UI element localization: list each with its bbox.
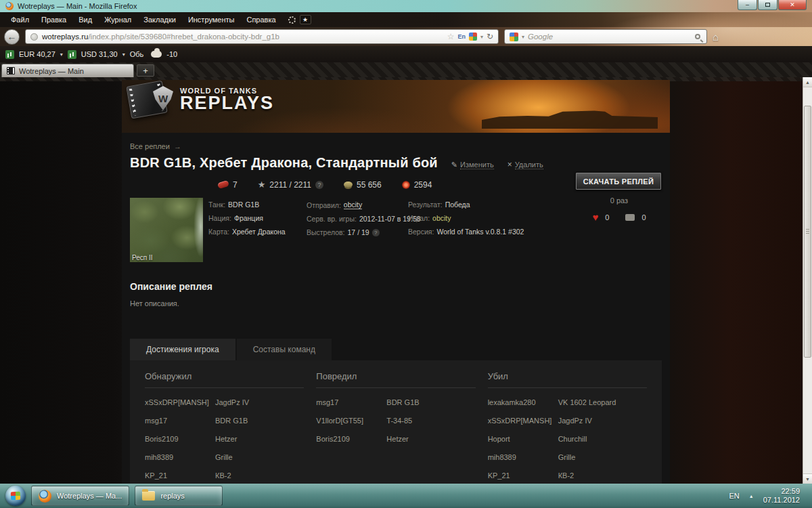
share-icon[interactable]: [469, 33, 477, 41]
delete-link[interactable]: × Удалить: [508, 160, 543, 169]
menu-file[interactable]: Файл: [5, 14, 35, 25]
taskbar-replays-button[interactable]: replays: [135, 486, 223, 506]
help-icon[interactable]: ?: [315, 181, 323, 189]
start-button[interactable]: [5, 486, 26, 506]
download-count: 0 раз: [575, 196, 663, 205]
site-logo[interactable]: W WORLD OF TANKS REPLAYS: [129, 83, 274, 116]
search-engine-dropdown-icon[interactable]: ▾: [522, 34, 524, 40]
back-icon: ←: [7, 32, 17, 41]
menu-help[interactable]: Справка: [241, 14, 281, 25]
usd-dropdown-icon[interactable]: ▾: [122, 51, 125, 58]
taskbar-firefox-button[interactable]: Wotreplays — Ma...: [31, 486, 129, 506]
breadcrumb-link[interactable]: Все реплеи: [130, 142, 170, 150]
firefox-icon: [39, 490, 51, 503]
urlbar-action-icons: ☆ En ▾ ↻: [447, 32, 493, 41]
page-column: W WORLD OF TANKS REPLAYS Все реплеи → BD…: [122, 80, 670, 484]
minimize-button[interactable]: –: [738, 0, 757, 10]
tank-art: [482, 106, 658, 129]
addon-badge-icon[interactable]: ★: [300, 15, 311, 24]
credits-coins-icon: [344, 182, 353, 188]
eur-dropdown-icon[interactable]: ▾: [60, 51, 63, 58]
damage-burst-icon: [402, 181, 410, 189]
tab-wotreplays[interactable]: Wotreplays — Main: [1, 64, 134, 77]
menu-history[interactable]: Журнал: [99, 14, 137, 25]
search-box[interactable]: ▾ Google: [504, 29, 707, 44]
new-tab-button[interactable]: +: [137, 64, 154, 77]
help-icon[interactable]: ?: [372, 229, 380, 236]
taskbar: Wotreplays — Ma... replays EN ▲ 22:59 07…: [0, 484, 812, 508]
weather-temp: -10: [166, 50, 177, 58]
download-replay-button[interactable]: СКАЧАТЬ РЕПЛЕЙ: [575, 172, 662, 190]
menu-view[interactable]: Вид: [73, 14, 97, 25]
stat-kills: 7: [218, 180, 238, 190]
taskbar-clock[interactable]: 22:59 07.11.2012: [763, 487, 800, 505]
bookmark-star-icon[interactable]: ☆: [447, 32, 455, 41]
gear-icon[interactable]: [288, 16, 296, 24]
usd-rate[interactable]: USD 31,30: [81, 50, 118, 58]
column-spotted: Обнаружил xSSxDRP[MANSH]JagdPz IV msg17B…: [145, 371, 304, 484]
table-row: mih8389Grille: [488, 453, 647, 461]
comments-icon[interactable]: [625, 214, 635, 221]
player-link[interactable]: obcity: [432, 214, 451, 222]
close-button[interactable]: ✕: [778, 0, 807, 10]
menu-edit[interactable]: Правка: [36, 14, 72, 25]
windows-flag-icon: [11, 492, 20, 500]
table-row: mih8389Grille: [145, 453, 304, 461]
translate-icon[interactable]: En: [457, 33, 466, 40]
table-row: Boris2109Hetzer: [145, 435, 304, 443]
scroll-up-icon[interactable]: ▲: [803, 77, 812, 87]
weather-cloud-icon: [151, 51, 162, 58]
window-title: Wotreplays — Main - Mozilla Firefox: [18, 2, 137, 10]
scrollbar-thumb[interactable]: [804, 106, 811, 358]
scroll-down-icon[interactable]: ▼: [803, 473, 812, 484]
firefox-window-icon: [5, 2, 14, 10]
edit-link[interactable]: ✎ Изменить: [451, 161, 494, 169]
clock-date: 07.11.2012: [763, 496, 800, 505]
home-icon[interactable]: ⌂: [713, 31, 719, 43]
scrollbar[interactable]: ▲ ▼: [803, 77, 812, 484]
reload-icon[interactable]: ↻: [487, 32, 493, 41]
info-uploader: Отправил:obcity: [307, 200, 408, 209]
back-button[interactable]: ←: [4, 29, 20, 45]
replay-content: Все реплеи → BDR G1B, Хребет Дракона, Ст…: [122, 133, 670, 484]
search-engine-icon[interactable]: [510, 33, 518, 41]
folder-icon: [142, 491, 155, 501]
map-thumbnail[interactable]: Респ II: [130, 198, 203, 262]
menu-bookmarks[interactable]: Закладки: [138, 14, 181, 25]
achievements-panel: Обнаружил xSSxDRP[MANSH]JagdPz IV msg17B…: [130, 360, 662, 484]
table-row: HoportChurchill: [488, 435, 647, 443]
url-text[interactable]: wotreplays.ru/index.php/site/539680#hreb…: [42, 33, 443, 41]
search-input[interactable]: Google: [528, 33, 692, 41]
language-indicator[interactable]: EN: [729, 492, 740, 500]
eur-rate[interactable]: EUR 40,27: [19, 50, 55, 58]
like-heart-icon[interactable]: ♥: [592, 212, 598, 222]
search-icon[interactable]: [695, 34, 700, 39]
menu-bar: Файл Правка Вид Журнал Закладки Инструме…: [0, 12, 812, 27]
url-bar[interactable]: wotreplays.ru/index.php/site/539680#hreb…: [25, 29, 499, 44]
clock-time: 22:59: [763, 487, 800, 496]
tab-achievements[interactable]: Достижения игрока: [130, 339, 235, 360]
info-result: Результат:Победа: [408, 200, 577, 209]
weather-city[interactable]: Обь: [130, 50, 144, 58]
site-identity-icon[interactable]: [30, 33, 38, 41]
stat-credits: 55 656: [344, 180, 382, 190]
experience-star-icon: ★: [258, 179, 266, 190]
urlbar-dropdown-icon[interactable]: ▾: [480, 34, 483, 40]
navigation-bar: ← wotreplays.ru/index.php/site/539680#hr…: [0, 27, 812, 46]
currency-chart-icon: [68, 50, 76, 59]
map-caption: Респ II: [132, 254, 153, 261]
restore-button[interactable]: [758, 0, 777, 10]
tab-bar: Wotreplays — Main +: [0, 62, 812, 77]
restore-icon: [765, 3, 770, 7]
info-version: Версия:World of Tanks v.0.8.1 #302: [408, 228, 577, 236]
info-player: Играл:obcity: [408, 214, 577, 222]
tab-team-rosters[interactable]: Составы команд: [237, 339, 332, 360]
column-damaged: Повредил msg17BDR G1B V1llorD[GT55]T-34-…: [316, 371, 475, 484]
table-row: xSSxDRP[MANSH]JagdPz IV: [488, 417, 647, 425]
uploader-link[interactable]: obcity: [344, 200, 362, 209]
tray-expand-icon[interactable]: ▲: [749, 494, 754, 499]
kills-icon: [217, 180, 229, 190]
breadcrumb: Все реплеи →: [130, 142, 662, 150]
page-viewport: W WORLD OF TANKS REPLAYS Все реплеи → BD…: [0, 77, 812, 484]
menu-tools[interactable]: Инструменты: [183, 14, 240, 25]
